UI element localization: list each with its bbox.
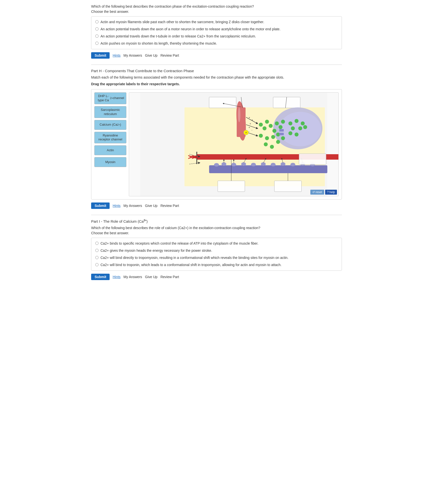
part-h-submit-button[interactable]: Submit (91, 202, 110, 209)
part-h-my-answers-link[interactable]: My Answers (123, 204, 142, 208)
part-g-choice-1-text: Actin and myosin filaments slide past ea… (100, 19, 264, 25)
drag-label-myosin[interactable]: Myosin (94, 157, 126, 167)
svg-point-49 (271, 163, 276, 166)
part-g-radio-2[interactable] (95, 27, 99, 31)
part-h-section: Part H - Components That Contribute to t… (91, 69, 342, 209)
part-i-section: Part I - The Role of Calcium (Ca2+) Whic… (91, 219, 342, 280)
drag-label-dhp[interactable]: DHP L-type Ca2+ channel (94, 92, 126, 104)
part-g-give-up-link[interactable]: Give Up (145, 53, 158, 57)
svg-point-24 (281, 136, 285, 140)
drag-label-calcium[interactable]: Calcium (Ca2+) (94, 120, 126, 130)
svg-rect-42 (209, 165, 327, 173)
part-i-header: Part I - The Role of Calcium (Ca2+) (91, 219, 342, 223)
svg-point-45 (231, 163, 236, 166)
svg-point-10 (265, 120, 269, 124)
svg-point-50 (281, 162, 285, 166)
svg-point-30 (303, 125, 307, 129)
part-g-choice-1: Actin and myosin filaments slide past ea… (95, 19, 338, 25)
svg-point-11 (263, 126, 266, 130)
svg-point-14 (272, 129, 276, 133)
svg-text:✕: ✕ (245, 131, 247, 134)
part-g-radio-4[interactable] (95, 42, 99, 45)
part-i-give-up-link[interactable]: Give Up (145, 275, 158, 279)
svg-text:-: - (249, 130, 250, 133)
part-g-hints-link[interactable]: Hints (113, 53, 120, 57)
part-g-choice-2: An action potential travels down the axo… (95, 27, 338, 32)
part-h-review-part-link[interactable]: Review Part (160, 204, 179, 208)
svg-point-12 (269, 124, 273, 128)
svg-point-18 (265, 136, 269, 140)
help-label: help (329, 190, 335, 194)
part-g-radio-3[interactable] (95, 34, 99, 38)
part-i-choice-2: Ca2+ gives the myosin heads the energy n… (95, 248, 338, 253)
svg-point-21 (264, 142, 268, 146)
svg-point-9 (259, 123, 263, 127)
part-i-hints-link[interactable]: Hints (113, 275, 120, 279)
part-g-choice-4: Actin pushes on myosin to shorten its le… (95, 41, 338, 46)
part-i-radio-3[interactable] (95, 256, 99, 259)
svg-rect-65 (218, 181, 245, 192)
part-i-choice-1: Ca2+ binds to specific receptors which c… (95, 241, 338, 246)
part-i-choice-3: Ca2+ will bind directly to tropomyosin, … (95, 255, 338, 260)
svg-point-26 (295, 119, 299, 123)
svg-text:+: + (251, 118, 253, 121)
part-g-section: Which of the following best describes th… (91, 4, 342, 59)
help-button[interactable]: ? help (325, 190, 337, 195)
part-i-choice-2-text: Ca2+ gives the myosin heads the energy n… (100, 248, 212, 253)
part-g-review-part-link[interactable]: Review Part (160, 53, 179, 57)
part-g-radio-1[interactable] (95, 20, 99, 23)
part-i-choices-box: Ca2+ binds to specific receptors which c… (91, 238, 342, 271)
part-g-choice-3: An action potential travels down the t-t… (95, 34, 338, 39)
svg-rect-2 (209, 97, 236, 108)
svg-point-47 (251, 163, 256, 166)
part-i-my-answers-link[interactable]: My Answers (123, 275, 142, 279)
reset-icon: ↺ (312, 190, 315, 194)
svg-rect-62 (299, 154, 326, 165)
divider-gh (91, 65, 342, 65)
part-h-drag-area: DHP L-type Ca2+ channel Sarcoplasmic ret… (91, 89, 342, 200)
part-h-hints-link[interactable]: Hints (113, 204, 120, 208)
svg-rect-34 (279, 133, 284, 135)
svg-point-23 (276, 140, 280, 144)
part-i-choice-3-text: Ca2+ will bind directly to tropomyosin, … (100, 255, 288, 260)
svg-text:-: - (251, 128, 252, 131)
svg-rect-3 (273, 97, 300, 108)
reset-button[interactable]: ↺ reset (310, 190, 324, 195)
part-i-radio-2[interactable] (95, 249, 99, 252)
part-i-radio-4[interactable] (95, 263, 99, 266)
part-h-instruction2: Drag the appropriate labels to their res… (91, 82, 342, 87)
part-h-labels-column: DHP L-type Ca2+ channel Sarcoplasmic ret… (94, 92, 126, 196)
part-g-actions: Submit Hints My Answers Give Up Review P… (91, 52, 342, 59)
help-icon: ? (327, 190, 329, 194)
svg-text:+: + (250, 122, 251, 125)
part-i-radio-1[interactable] (95, 242, 99, 245)
drag-label-ryanodine[interactable]: Ryanodine receptor channel (94, 132, 126, 144)
part-i-actions: Submit Hints My Answers Give Up Review P… (91, 274, 342, 280)
svg-point-19 (271, 135, 275, 139)
svg-point-13 (275, 121, 279, 125)
part-g-choice-2-text: An action potential travels down the axo… (100, 27, 281, 32)
part-i-question: Which of the following best describes th… (91, 225, 342, 236)
svg-point-46 (241, 162, 246, 166)
part-h-instruction1: Match each of the following terms associ… (91, 75, 342, 80)
svg-point-25 (288, 121, 292, 125)
svg-text:+: + (249, 126, 250, 129)
svg-point-27 (301, 121, 305, 125)
part-h-actions: Submit Hints My Answers Give Up Review P… (91, 202, 342, 209)
part-g-submit-button[interactable]: Submit (91, 52, 110, 59)
part-h-header: Part H - Components That Contribute to t… (91, 69, 342, 73)
svg-point-15 (279, 125, 283, 129)
drag-label-actin[interactable]: Actin (94, 145, 126, 155)
part-g-choice-3-text: An action potential travels down the t-t… (100, 34, 256, 39)
svg-point-44 (221, 162, 226, 166)
part-i-submit-button[interactable]: Submit (91, 274, 110, 280)
part-i-choice-4-text: Ca2+ will bind to troponin, which leads … (100, 262, 282, 268)
reset-label: reset (316, 190, 322, 194)
part-i-review-part-link[interactable]: Review Part (160, 275, 179, 279)
part-h-give-up-link[interactable]: Give Up (145, 204, 158, 208)
part-g-choice-4-text: Actin pushes on myosin to shorten its le… (100, 41, 217, 46)
drag-label-sarcoplasmic[interactable]: Sarcoplasmic reticulum (94, 106, 126, 118)
part-g-question: Which of the following best describes th… (91, 4, 342, 14)
part-g-my-answers-link[interactable]: My Answers (123, 53, 142, 57)
svg-point-51 (290, 163, 295, 166)
